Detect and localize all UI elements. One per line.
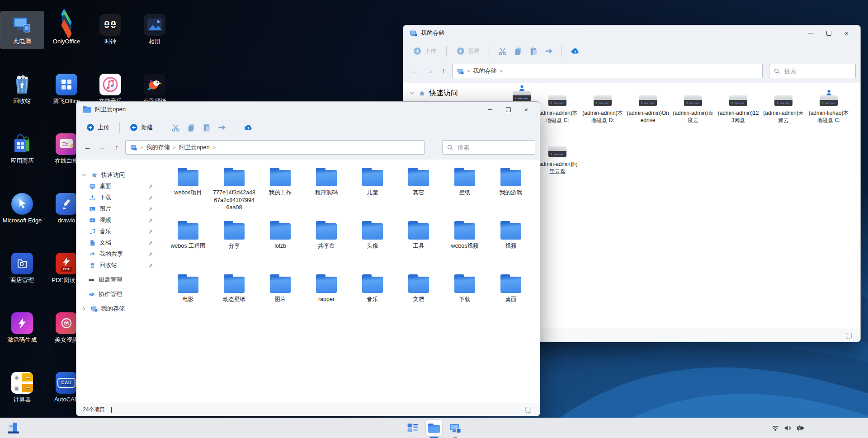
breadcrumb[interactable]: > 我的存储 > 阿里云open >	[125, 140, 425, 155]
folder-item[interactable]: 音乐	[349, 277, 396, 330]
chevron-down-icon[interactable]	[409, 90, 415, 96]
folder-item[interactable]: 分享	[211, 223, 257, 277]
desktop-icon-edge[interactable]: Microsoft Edge	[0, 190, 44, 228]
wifi-icon[interactable]	[771, 424, 779, 432]
sidebar-item-documents[interactable]: 文档	[76, 237, 167, 248]
search-input[interactable]	[457, 144, 517, 151]
volume-icon[interactable]	[783, 424, 792, 432]
sidebar-item-my-storage[interactable]: 我的存储	[76, 303, 167, 314]
sidebar-item-desktop[interactable]: 桌面	[76, 181, 167, 192]
folder-item[interactable]: rapper	[303, 277, 349, 330]
taskbar-this-pc-button[interactable]	[447, 420, 463, 436]
sidebar-item-recycle-bin[interactable]: 回收站	[76, 260, 167, 271]
folder-item[interactable]: 文档	[396, 277, 442, 330]
desktop-icon-this-pc[interactable]: 此电脑	[0, 11, 44, 49]
desktop-icon-album[interactable]: 相册	[133, 11, 176, 49]
drive-item[interactable]: (admin-admin)阿里云盘	[535, 146, 580, 198]
folder-item[interactable]: 图片	[257, 277, 303, 330]
pin-icon[interactable]	[147, 229, 153, 235]
drive-item[interactable]: (admin-admin)百度云	[670, 95, 716, 146]
folder-item[interactable]: 头像	[349, 223, 396, 277]
start-button[interactable]	[5, 420, 22, 436]
forward-button[interactable]: →	[96, 141, 108, 153]
chevron-down-icon[interactable]	[81, 172, 87, 178]
minimize-button[interactable]	[802, 26, 820, 40]
folder-item[interactable]: webos项目	[167, 170, 211, 223]
folder-item[interactable]: 桌面	[488, 277, 534, 330]
chevron-right-icon[interactable]	[81, 306, 87, 312]
sidebar-item-videos[interactable]: 视频	[76, 215, 167, 226]
maximize-button[interactable]	[820, 26, 838, 40]
close-button[interactable]: ×	[517, 103, 535, 116]
folder-item[interactable]: 动态壁纸	[211, 277, 257, 330]
sidebar-item-downloads[interactable]: 下载	[76, 192, 167, 203]
upload-button[interactable]: 上传	[410, 45, 439, 57]
paste-button[interactable]	[528, 46, 539, 57]
folder-item[interactable]: 我的游戏	[488, 170, 534, 223]
pin-icon[interactable]	[147, 251, 153, 257]
breadcrumb-segment[interactable]: 阿里云open	[179, 143, 210, 151]
desktop-icon-store-manager[interactable]: D 商店管理	[0, 250, 44, 287]
upload-button[interactable]: 上传	[84, 122, 112, 133]
pin-icon[interactable]	[147, 206, 153, 212]
move-button[interactable]	[543, 46, 554, 57]
pin-icon[interactable]	[147, 263, 153, 268]
selection-mode-button[interactable]	[523, 405, 533, 414]
pin-icon[interactable]	[147, 217, 153, 223]
folder-item[interactable]: lolzb	[257, 223, 303, 277]
drive-item[interactable]: (admin-admin)天翼云	[761, 95, 806, 146]
folder-item[interactable]: webos视频	[442, 223, 488, 277]
folder-item[interactable]: 我的工作	[257, 170, 303, 223]
maximize-button[interactable]	[499, 103, 517, 116]
folder-item[interactable]: 共享盘	[303, 223, 349, 277]
aliyun-titlebar[interactable]: 阿里云open ×	[76, 102, 540, 117]
close-button[interactable]: ×	[838, 26, 856, 40]
search-box[interactable]	[769, 64, 856, 78]
sidebar-item-collaboration[interactable]: 协作管理	[76, 289, 167, 300]
folder-item[interactable]: 777e14f3d42a4867a2c841079946aa08	[211, 170, 257, 223]
drive-item[interactable]: (admin-admin)Onedrive	[625, 95, 670, 146]
move-button[interactable]	[217, 122, 227, 133]
folder-item[interactable]: 视频	[488, 223, 534, 277]
folder-item[interactable]: 其它	[396, 170, 442, 223]
breadcrumb-segment[interactable]: 我的存储	[473, 67, 496, 75]
up-button[interactable]: ↑	[438, 65, 449, 77]
copy-button[interactable]	[186, 122, 197, 133]
pin-icon[interactable]	[147, 240, 153, 246]
sidebar-item-pictures[interactable]: 图片	[76, 203, 167, 214]
cut-button[interactable]	[497, 46, 508, 57]
cloud-sync-button[interactable]	[569, 46, 580, 57]
sidebar-item-music[interactable]: 音乐	[76, 226, 167, 237]
cloud-sync-button[interactable]	[242, 122, 253, 133]
drive-item[interactable]: (admin-admin)本地磁盘 D:	[580, 95, 625, 146]
drive-item[interactable]: (admin-admin)123网盘	[716, 95, 761, 146]
battery-charging-icon[interactable]	[796, 424, 805, 432]
search-input[interactable]	[783, 67, 844, 75]
copy-button[interactable]	[513, 46, 524, 57]
back-button[interactable]: ←	[82, 141, 94, 153]
desktop-icon-calculator[interactable]: + − × = 计算器	[0, 369, 44, 407]
pin-icon[interactable]	[147, 184, 153, 189]
new-button[interactable]: 新建	[454, 45, 482, 57]
selection-mode-button[interactable]	[843, 330, 854, 340]
up-button[interactable]: ↑	[111, 141, 123, 153]
taskbar-file-explorer-button[interactable]	[426, 420, 442, 436]
desktop-icon-app-store[interactable]: 应用商店	[0, 131, 44, 168]
folder-item[interactable]: 程序源码	[303, 170, 349, 223]
desktop-icon-onlyoffice[interactable]: OnlyOffice	[45, 11, 88, 49]
sidebar-item-disk-management[interactable]: 磁盘管理	[76, 274, 167, 285]
my-storage-titlebar[interactable]: 我的存储 ×	[403, 25, 860, 41]
desktop-icon-recycle-bin[interactable]: 回收站	[0, 71, 44, 108]
new-button[interactable]: 新建	[127, 122, 156, 133]
folder-item[interactable]: webos 工程图	[167, 223, 211, 277]
folder-item[interactable]: 壁纸	[442, 170, 488, 223]
folder-item[interactable]: 工具	[396, 223, 442, 277]
back-button[interactable]: ←	[409, 65, 420, 77]
desktop-icon-activation-gen[interactable]: 激活码生成	[0, 310, 44, 347]
sidebar-item-my-shares[interactable]: 我的共享	[76, 249, 167, 259]
drive-item[interactable]: (admin-liuhao)本地磁盘 C:	[806, 95, 851, 146]
search-box[interactable]	[442, 140, 535, 155]
cut-button[interactable]	[170, 122, 181, 133]
breadcrumb[interactable]: > 我的存储 >	[452, 64, 763, 78]
folder-item[interactable]: 下载	[442, 277, 488, 330]
